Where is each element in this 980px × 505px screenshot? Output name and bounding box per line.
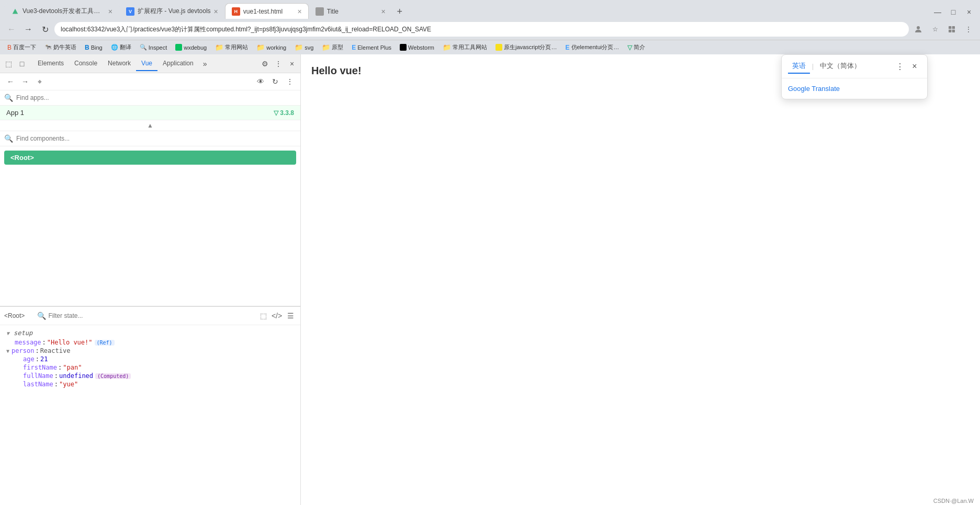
bookmark-bing[interactable]: B Bing: [82, 43, 106, 52]
address-input[interactable]: [54, 22, 909, 37]
maximize-button[interactable]: □: [947, 5, 960, 19]
extension-icon[interactable]: [944, 22, 959, 37]
profile-icon[interactable]: [911, 22, 926, 37]
new-tab-button[interactable]: +: [392, 4, 407, 19]
cursor-icon[interactable]: ⬚: [2, 58, 15, 70]
bookmark-label: svg: [305, 44, 313, 51]
eye-icon[interactable]: 👁: [254, 75, 267, 88]
person-expand-arrow[interactable]: ▼: [6, 348, 9, 354]
root-item[interactable]: <Root>: [4, 151, 296, 165]
bookmark-nainiu[interactable]: 🐄 奶牛英语: [41, 42, 80, 52]
status-text: CSDN·@Lan.W: [933, 498, 974, 504]
tab-close-icon[interactable]: ×: [298, 7, 302, 16]
bookmark-webstorm[interactable]: Webstorm: [397, 43, 437, 52]
tab-close-icon[interactable]: ×: [214, 7, 218, 16]
bookmark-changyong[interactable]: 📁 常用网站: [212, 42, 251, 52]
bookmark-svg[interactable]: 📁 svg: [291, 42, 317, 52]
bookmark-yuanxing[interactable]: 📁 原型: [319, 42, 346, 52]
bookmark-translate[interactable]: 🌐 翻译: [108, 42, 134, 52]
minimize-button[interactable]: —: [931, 5, 944, 19]
tab-elements[interactable]: Elements: [32, 56, 69, 71]
bookmark-elementplus[interactable]: E Element Plus: [348, 43, 395, 52]
close-devtools-icon[interactable]: ×: [286, 58, 298, 70]
search-icon: 🔍: [37, 312, 46, 320]
colon-lastname: :: [54, 381, 58, 388]
translate-tab-zh[interactable]: 中文（简体）: [816, 59, 865, 74]
translate-close-icon[interactable]: ×: [908, 60, 921, 73]
colon-message: :: [42, 339, 46, 346]
find-apps-input[interactable]: [16, 94, 296, 101]
filter-state-input[interactable]: [48, 312, 127, 319]
folder-icon: 📁: [443, 43, 451, 51]
browser-chrome: Vue3-devtools开发者工具正式… × V 扩展程序 - Vue.js …: [0, 0, 980, 54]
menu-icon[interactable]: ⋮: [961, 22, 976, 37]
back-component-button[interactable]: ←: [4, 75, 17, 88]
tab-favicon-generic: [316, 7, 324, 16]
tab-console[interactable]: Console: [69, 56, 103, 71]
settings-icon[interactable]: ⚙: [258, 58, 271, 70]
bookmark-working[interactable]: 📁 working: [253, 42, 289, 52]
state-group: ▼ setup message : "Hello vue!" (Ref) ▼ p…: [6, 329, 294, 388]
bookmark-fang[interactable]: E 仿elementui分页…: [562, 42, 622, 52]
tab-vue1-test[interactable]: H vue1-test.html ×: [225, 3, 309, 19]
back-button[interactable]: ←: [4, 22, 19, 37]
bookmark-label: Element Plus: [357, 44, 391, 51]
state-panel: <Root> 🔍 ⬚ </> ☰ ▼ setup: [0, 306, 300, 505]
bookmark-baiduyixia[interactable]: B 百度一下: [4, 42, 39, 52]
state-line-age: age : 21: [6, 355, 294, 363]
inspect-component-button[interactable]: ⌖: [33, 75, 46, 88]
star-icon[interactable]: ☆: [928, 22, 942, 37]
more-options-icon[interactable]: ⋮: [284, 75, 296, 88]
translate-tab-en[interactable]: 英语: [788, 59, 810, 74]
tab-bar-right: — □ ×: [931, 5, 976, 19]
translate-link[interactable]: Google Translate: [788, 85, 921, 93]
layout-icon[interactable]: ☰: [285, 310, 296, 322]
tab-more[interactable]: »: [199, 58, 211, 70]
address-bar: ← → ↻ ☆ ⋮: [0, 19, 980, 40]
ws-icon: [400, 44, 407, 51]
close-window-button[interactable]: ×: [962, 5, 976, 19]
collapse-arrow[interactable]: ▲: [0, 120, 300, 131]
forward-button[interactable]: →: [21, 22, 36, 37]
inspector-icon[interactable]: □: [16, 58, 28, 70]
state-line-fullname: fullName : undefined (Computed): [6, 372, 294, 380]
tab-close-icon[interactable]: ×: [108, 7, 112, 16]
group-arrow[interactable]: ▼: [6, 330, 9, 336]
translate-header: 英语 | 中文（简体） ⋮ ×: [782, 55, 927, 78]
key-person: person: [12, 347, 34, 354]
bookmark-icon: 🐄: [44, 44, 52, 51]
svg-rect-5: [952, 30, 955, 32]
bookmark-label: Inspect: [149, 44, 167, 51]
ref-badge: (Ref): [95, 340, 115, 346]
reload-button[interactable]: ↻: [38, 22, 52, 37]
tab-title-page[interactable]: Title ×: [309, 3, 392, 19]
bookmark-yuansheng[interactable]: 原生javascript分页…: [492, 42, 560, 52]
code-icon[interactable]: </>: [271, 310, 283, 322]
bookmark-jianjie[interactable]: ▽ 简介: [624, 42, 648, 52]
tab-vue[interactable]: Vue: [136, 56, 157, 71]
value-firstname: "pan": [63, 364, 82, 371]
element-icon: E: [352, 44, 356, 51]
find-components-bar: 🔍: [0, 131, 300, 146]
forward-component-button[interactable]: →: [19, 75, 31, 88]
app-item[interactable]: App 1 ▽ 3.3.8: [0, 106, 300, 120]
bing-icon: B: [85, 44, 89, 51]
more-icon[interactable]: ⋮: [272, 58, 285, 70]
tab-network[interactable]: Network: [103, 56, 136, 71]
bookmark-changyonggongju[interactable]: 📁 常用工具网站: [440, 42, 490, 52]
main-area: ⬚ □ Elements Console Network Vue Applica…: [0, 54, 980, 505]
bookmark-label: 翻译: [120, 43, 131, 51]
screenshot-icon[interactable]: ⬚: [257, 310, 269, 322]
find-components-input[interactable]: [16, 135, 296, 142]
tab-close-icon[interactable]: ×: [381, 7, 386, 16]
svg-rect-2: [949, 26, 951, 29]
refresh-icon[interactable]: ↻: [269, 75, 281, 88]
folder-icon: 📁: [295, 43, 303, 51]
tab-favicon: [11, 7, 19, 16]
tab-application[interactable]: Application: [157, 56, 199, 71]
bookmark-inspect[interactable]: 🔍 Inspect: [137, 43, 170, 52]
translate-more-icon[interactable]: ⋮: [894, 60, 906, 73]
tab-vue3-devtools[interactable]: Vue3-devtools开发者工具正式… ×: [4, 3, 119, 19]
bookmark-wxdebug[interactable]: wxdebug: [172, 43, 210, 52]
tab-extension[interactable]: V 扩展程序 - Vue.js devtools ×: [119, 3, 225, 19]
